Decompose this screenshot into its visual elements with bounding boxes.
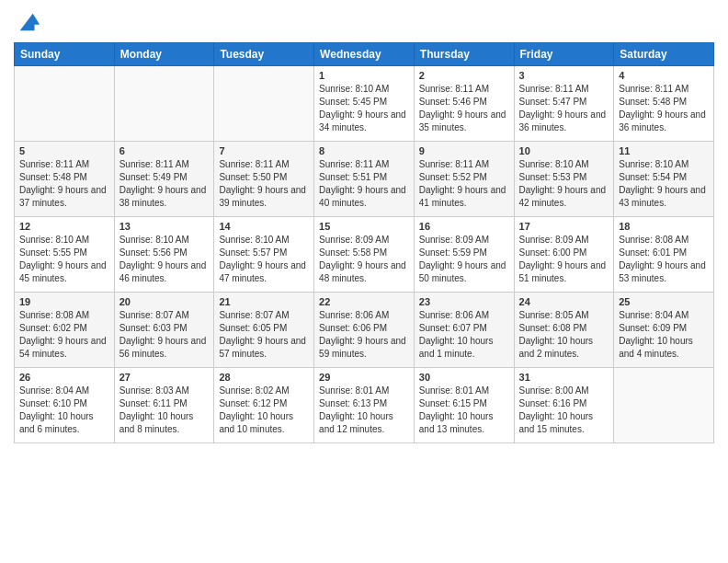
day-number: 6 [119, 145, 210, 156]
day-number: 3 [519, 70, 609, 81]
calendar-cell [614, 368, 714, 443]
day-number: 13 [119, 221, 210, 232]
calendar-cell: 23Sunrise: 8:06 AM Sunset: 6:07 PM Dayli… [414, 293, 514, 368]
day-number: 15 [319, 221, 409, 232]
day-info: Sunrise: 8:10 AM Sunset: 5:54 PM Dayligh… [619, 158, 709, 210]
day-number: 12 [19, 221, 109, 232]
day-number: 23 [419, 296, 509, 307]
day-info: Sunrise: 8:11 AM Sunset: 5:48 PM Dayligh… [19, 158, 109, 210]
day-number: 2 [419, 70, 509, 81]
day-info: Sunrise: 8:04 AM Sunset: 6:09 PM Dayligh… [619, 309, 709, 361]
day-info: Sunrise: 8:11 AM Sunset: 5:51 PM Dayligh… [319, 158, 409, 210]
week-row-1: 1Sunrise: 8:10 AM Sunset: 5:45 PM Daylig… [15, 66, 714, 142]
day-info: Sunrise: 8:02 AM Sunset: 6:12 PM Dayligh… [219, 385, 309, 436]
day-info: Sunrise: 8:06 AM Sunset: 6:07 PM Dayligh… [419, 309, 509, 361]
calendar-cell: 12Sunrise: 8:10 AM Sunset: 5:55 PM Dayli… [15, 217, 115, 293]
day-number: 28 [219, 372, 309, 383]
day-info: Sunrise: 8:01 AM Sunset: 6:13 PM Dayligh… [319, 385, 409, 436]
day-number: 14 [219, 221, 309, 232]
weekday-header-friday: Friday [514, 43, 614, 66]
day-info: Sunrise: 8:08 AM Sunset: 6:01 PM Dayligh… [619, 234, 709, 285]
day-number: 19 [19, 296, 109, 307]
day-number: 18 [619, 221, 709, 232]
day-number: 22 [319, 296, 409, 307]
calendar-cell: 19Sunrise: 8:08 AM Sunset: 6:02 PM Dayli… [15, 293, 115, 368]
day-info: Sunrise: 8:07 AM Sunset: 6:05 PM Dayligh… [219, 309, 309, 361]
day-number: 29 [319, 372, 409, 383]
calendar-cell: 5Sunrise: 8:11 AM Sunset: 5:48 PM Daylig… [15, 142, 115, 217]
calendar-cell: 10Sunrise: 8:10 AM Sunset: 5:53 PM Dayli… [514, 142, 614, 217]
day-number: 8 [319, 145, 409, 156]
day-info: Sunrise: 8:09 AM Sunset: 5:58 PM Dayligh… [319, 234, 409, 285]
logo-icon [16, 9, 41, 35]
day-info: Sunrise: 8:11 AM Sunset: 5:46 PM Dayligh… [419, 83, 509, 134]
weekday-header-saturday: Saturday [614, 43, 714, 66]
day-info: Sunrise: 8:07 AM Sunset: 6:03 PM Dayligh… [119, 309, 210, 361]
calendar-cell [214, 66, 314, 142]
weekday-header-monday: Monday [114, 43, 214, 66]
day-info: Sunrise: 8:11 AM Sunset: 5:49 PM Dayligh… [119, 158, 210, 210]
day-number: 1 [319, 70, 409, 81]
calendar-cell: 11Sunrise: 8:10 AM Sunset: 5:54 PM Dayli… [614, 142, 714, 217]
day-number: 7 [219, 145, 309, 156]
calendar-cell: 18Sunrise: 8:08 AM Sunset: 6:01 PM Dayli… [614, 217, 714, 293]
day-number: 11 [619, 145, 709, 156]
day-number: 9 [419, 145, 509, 156]
week-row-2: 5Sunrise: 8:11 AM Sunset: 5:48 PM Daylig… [15, 142, 714, 217]
calendar-cell: 27Sunrise: 8:03 AM Sunset: 6:11 PM Dayli… [114, 368, 214, 443]
day-info: Sunrise: 8:11 AM Sunset: 5:48 PM Dayligh… [619, 83, 709, 134]
logo [14, 9, 41, 35]
weekday-header-wednesday: Wednesday [314, 43, 415, 66]
day-info: Sunrise: 8:10 AM Sunset: 5:53 PM Dayligh… [519, 158, 609, 210]
header [14, 9, 714, 35]
calendar-cell: 3Sunrise: 8:11 AM Sunset: 5:47 PM Daylig… [514, 66, 614, 142]
calendar-cell: 16Sunrise: 8:09 AM Sunset: 5:59 PM Dayli… [414, 217, 514, 293]
calendar-cell: 30Sunrise: 8:01 AM Sunset: 6:15 PM Dayli… [414, 368, 514, 443]
day-info: Sunrise: 8:11 AM Sunset: 5:52 PM Dayligh… [419, 158, 509, 210]
calendar-table: SundayMondayTuesdayWednesdayThursdayFrid… [14, 42, 714, 443]
day-number: 16 [419, 221, 509, 232]
day-number: 17 [519, 221, 609, 232]
day-info: Sunrise: 8:01 AM Sunset: 6:15 PM Dayligh… [419, 385, 509, 436]
day-number: 5 [19, 145, 109, 156]
day-info: Sunrise: 8:08 AM Sunset: 6:02 PM Dayligh… [19, 309, 109, 361]
weekday-header-tuesday: Tuesday [214, 43, 314, 66]
calendar-cell: 7Sunrise: 8:11 AM Sunset: 5:50 PM Daylig… [214, 142, 314, 217]
day-info: Sunrise: 8:11 AM Sunset: 5:50 PM Dayligh… [219, 158, 309, 210]
calendar-cell: 20Sunrise: 8:07 AM Sunset: 6:03 PM Dayli… [114, 293, 214, 368]
calendar-cell: 24Sunrise: 8:05 AM Sunset: 6:08 PM Dayli… [514, 293, 614, 368]
calendar-cell: 26Sunrise: 8:04 AM Sunset: 6:10 PM Dayli… [15, 368, 115, 443]
svg-marker-0 [20, 14, 40, 31]
calendar-cell [15, 66, 115, 142]
day-number: 26 [19, 372, 109, 383]
day-number: 4 [619, 70, 709, 81]
day-info: Sunrise: 8:03 AM Sunset: 6:11 PM Dayligh… [119, 385, 210, 436]
day-number: 10 [519, 145, 609, 156]
day-info: Sunrise: 8:10 AM Sunset: 5:57 PM Dayligh… [219, 234, 309, 285]
calendar-cell: 31Sunrise: 8:00 AM Sunset: 6:16 PM Dayli… [514, 368, 614, 443]
calendar-cell: 9Sunrise: 8:11 AM Sunset: 5:52 PM Daylig… [414, 142, 514, 217]
calendar-cell: 8Sunrise: 8:11 AM Sunset: 5:51 PM Daylig… [314, 142, 415, 217]
day-info: Sunrise: 8:06 AM Sunset: 6:06 PM Dayligh… [319, 309, 409, 361]
day-info: Sunrise: 8:00 AM Sunset: 6:16 PM Dayligh… [519, 385, 609, 436]
calendar-cell: 2Sunrise: 8:11 AM Sunset: 5:46 PM Daylig… [414, 66, 514, 142]
weekday-header-row: SundayMondayTuesdayWednesdayThursdayFrid… [15, 43, 714, 66]
calendar-cell: 22Sunrise: 8:06 AM Sunset: 6:06 PM Dayli… [314, 293, 415, 368]
day-number: 20 [119, 296, 210, 307]
calendar-cell: 29Sunrise: 8:01 AM Sunset: 6:13 PM Dayli… [314, 368, 415, 443]
day-info: Sunrise: 8:10 AM Sunset: 5:45 PM Dayligh… [319, 83, 409, 134]
calendar-cell: 25Sunrise: 8:04 AM Sunset: 6:09 PM Dayli… [614, 293, 714, 368]
weekday-header-thursday: Thursday [414, 43, 514, 66]
week-row-4: 19Sunrise: 8:08 AM Sunset: 6:02 PM Dayli… [15, 293, 714, 368]
page: SundayMondayTuesdayWednesdayThursdayFrid… [0, 0, 728, 563]
day-number: 25 [619, 296, 709, 307]
week-row-3: 12Sunrise: 8:10 AM Sunset: 5:55 PM Dayli… [15, 217, 714, 293]
calendar-cell: 15Sunrise: 8:09 AM Sunset: 5:58 PM Dayli… [314, 217, 415, 293]
calendar-cell: 17Sunrise: 8:09 AM Sunset: 6:00 PM Dayli… [514, 217, 614, 293]
day-number: 27 [119, 372, 210, 383]
day-info: Sunrise: 8:10 AM Sunset: 5:56 PM Dayligh… [119, 234, 210, 285]
day-info: Sunrise: 8:04 AM Sunset: 6:10 PM Dayligh… [19, 385, 109, 436]
day-info: Sunrise: 8:05 AM Sunset: 6:08 PM Dayligh… [519, 309, 609, 361]
calendar-cell: 21Sunrise: 8:07 AM Sunset: 6:05 PM Dayli… [214, 293, 314, 368]
day-info: Sunrise: 8:09 AM Sunset: 5:59 PM Dayligh… [419, 234, 509, 285]
